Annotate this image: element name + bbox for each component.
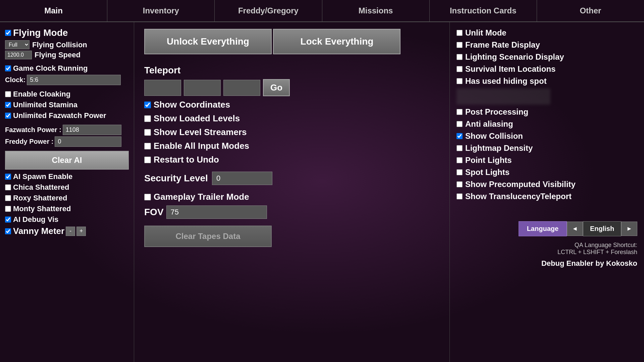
vanny-meter-checkbox[interactable] [5,228,11,234]
game-clock-row: Game Clock Running [5,64,129,73]
chica-shattered-checkbox[interactable] [5,184,11,190]
flying-mode-checkbox[interactable] [5,30,11,36]
flying-collision-dropdown[interactable]: Full None [5,40,30,49]
flying-speed-input[interactable] [5,51,32,59]
teleport-y-input[interactable] [184,80,221,96]
monty-shattered-row: Monty Shattered [5,204,129,213]
teleport-z-input[interactable] [223,80,260,96]
show-precomputed-label: Show Precomputed Visibility [465,180,576,189]
game-clock-checkbox[interactable] [5,65,11,71]
unlimited-fazwatch-checkbox[interactable] [5,113,11,119]
post-processing-row: Post Processing [457,107,637,117]
show-translucency-checkbox[interactable] [457,193,463,199]
frame-rate-checkbox[interactable] [457,42,463,48]
lighting-scenario-checkbox[interactable] [457,54,463,60]
clear-tapes-button[interactable]: Clear Tapes Data [144,226,272,247]
roxy-shattered-row: Roxy Shattered [5,194,129,202]
lock-everything-button[interactable]: Lock Everything [273,29,400,54]
enable-all-input-checkbox[interactable] [144,143,151,149]
unlimited-fazwatch-label: Unlimited Fazwatch Power [13,111,106,120]
ai-debug-label: AI Debug Vis [13,215,58,224]
teleport-go-button[interactable]: Go [263,79,290,96]
show-coordinates-checkbox[interactable] [144,102,151,108]
show-collision-row: Show Collision [457,131,637,141]
tab-freddy-gregory[interactable]: Freddy/Gregory [215,0,322,21]
flying-speed-label: Flying Speed [35,51,80,59]
teleport-inputs: Go [144,79,439,96]
vanny-plus-button[interactable]: + [76,227,86,236]
post-processing-label: Post Processing [465,107,528,117]
language-value: English [583,221,621,236]
gameplay-trailer-checkbox[interactable] [144,194,151,200]
tab-instruction-cards[interactable]: Instruction Cards [430,0,537,21]
show-level-streamers-checkbox[interactable] [144,129,151,136]
monty-shattered-label: Monty Shattered [13,204,71,213]
show-translucency-label: Show TranslucencyTeleport [465,192,572,201]
flying-speed-row: Flying Speed [5,51,129,59]
anti-aliasing-checkbox[interactable] [457,121,463,127]
language-button[interactable]: Language [519,221,567,236]
unlimited-stamina-checkbox[interactable] [5,102,11,108]
post-processing-checkbox[interactable] [457,109,463,115]
survival-item-label: Survival Item Locations [465,64,555,74]
roxy-shattered-checkbox[interactable] [5,195,11,201]
security-level-row: Security Level [144,172,439,185]
point-lights-checkbox[interactable] [457,157,463,163]
tab-missions[interactable]: Missions [322,0,430,21]
fov-input[interactable] [166,205,267,219]
point-lights-row: Point Lights [457,156,637,165]
language-next-button[interactable]: ► [621,222,637,236]
tab-inventory[interactable]: Inventory [107,0,215,21]
unlock-everything-button[interactable]: Unlock Everything [144,29,272,54]
show-collision-checkbox[interactable] [457,133,463,139]
clear-ai-button[interactable]: Clear AI [5,151,129,170]
teleport-section: Teleport Go [144,65,439,96]
spot-lights-row: Spot Lights [457,168,637,177]
has-used-hiding-checkbox[interactable] [457,78,463,84]
roxy-shattered-label: Roxy Shattered [13,194,67,202]
lightmap-density-row: Lightmap Density [457,143,637,153]
security-level-input[interactable] [212,172,272,185]
flying-mode-row: Flying Mode [5,27,129,38]
anti-aliasing-label: Anti aliasing [465,119,513,129]
ai-debug-checkbox[interactable] [5,217,11,223]
language-prev-button[interactable]: ◄ [567,222,583,236]
unlit-mode-checkbox[interactable] [457,30,463,36]
clock-input[interactable] [27,75,121,85]
ai-debug-row: AI Debug Vis [5,215,129,224]
monty-shattered-checkbox[interactable] [5,206,11,212]
blurred-placeholder [457,88,550,105]
navigation-tabs: Main Inventory Freddy/Gregory Missions I… [0,0,644,22]
enable-cloaking-checkbox[interactable] [5,91,11,97]
lightmap-density-checkbox[interactable] [457,145,463,151]
tab-main[interactable]: Main [0,0,107,21]
show-precomputed-row: Show Precomputed Visibility [457,180,637,189]
qa-shortcut-keys: LCTRL + LSHIFT + Foreslash [457,249,637,256]
spot-lights-checkbox[interactable] [457,169,463,175]
clock-row: Clock: [5,75,129,85]
restart-undo-label: Restart to Undo [154,155,219,165]
fazwatch-power-input[interactable] [63,125,121,135]
freddy-power-input[interactable] [55,136,121,147]
gameplay-trailer-row: Gameplay Trailer Mode [144,192,439,202]
fov-row: FOV [144,205,439,219]
enable-cloaking-row: Enable Cloaking [5,90,129,99]
qa-shortcut-section: QA Language Shortcut: LCTRL + LSHIFT + F… [457,242,637,268]
restart-undo-checkbox[interactable] [144,157,151,163]
ai-spawn-checkbox[interactable] [5,174,11,180]
show-coordinates-label: Show Coordinates [154,100,230,110]
vanny-minus-button[interactable]: - [66,227,75,236]
unlimited-stamina-row: Unlimited Stamina [5,101,129,109]
survival-item-checkbox[interactable] [457,66,463,72]
enable-all-input-row: Enable All Input Modes [144,141,439,151]
teleport-x-input[interactable] [144,80,181,96]
right-panel: Unlit Mode Frame Rate Display Lighting S… [449,22,644,362]
show-loaded-levels-checkbox[interactable] [144,115,151,122]
debug-label: Debug Enabler by Kokosko [457,259,637,268]
frame-rate-label: Frame Rate Display [465,40,540,50]
qa-label: QA Language Shortcut: [457,242,637,249]
show-precomputed-checkbox[interactable] [457,181,463,187]
ai-spawn-row: AI Spawn Enable [5,172,129,181]
tab-other[interactable]: Other [537,0,644,21]
enable-cloaking-label: Enable Cloaking [13,90,70,99]
